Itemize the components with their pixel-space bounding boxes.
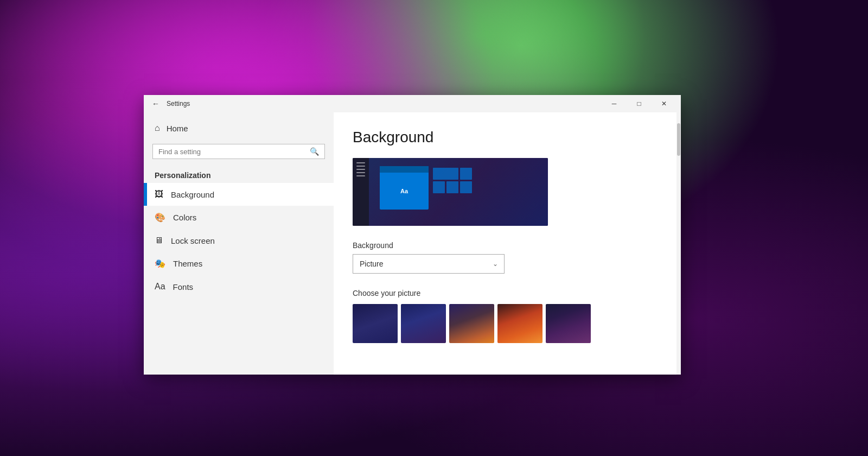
search-icon: 🔍 xyxy=(310,147,319,156)
preview-tile-3 xyxy=(433,181,445,193)
background-dropdown-label: Background xyxy=(353,241,662,250)
search-container: 🔍 xyxy=(144,138,334,164)
minimize-button[interactable]: ─ xyxy=(602,95,627,112)
titlebar-title: Settings xyxy=(167,100,602,107)
preview-taskbar xyxy=(353,158,369,226)
colors-icon: 🎨 xyxy=(155,212,165,223)
preview-window-header xyxy=(380,166,429,173)
close-button[interactable]: ✕ xyxy=(652,95,676,112)
sidebar-item-fonts[interactable]: Aa Fonts xyxy=(144,275,334,298)
sidebar-item-home[interactable]: ⌂ Home xyxy=(144,118,334,138)
sidebar-item-lock-screen[interactable]: 🖥 Lock screen xyxy=(144,229,334,252)
background-preview: Aa xyxy=(353,158,548,226)
preview-tile-2 xyxy=(460,168,472,180)
picture-grid xyxy=(353,304,662,343)
lock-icon: 🖥 xyxy=(155,236,163,245)
taskbar-line-2 xyxy=(356,166,365,167)
picture-thumbnail-2[interactable] xyxy=(401,304,446,343)
preview-window-text: Aa xyxy=(380,173,429,210)
fonts-icon: Aa xyxy=(155,282,165,292)
search-input[interactable] xyxy=(158,148,305,156)
scrollbar[interactable] xyxy=(676,112,681,375)
maximize-button[interactable]: □ xyxy=(627,95,652,112)
choose-picture-label: Choose your picture xyxy=(353,289,662,297)
titlebar-controls: ─ □ ✕ xyxy=(602,95,676,112)
settings-window: ← Settings ─ □ ✕ ⌂ Home xyxy=(144,95,681,375)
preview-tile-1 xyxy=(433,168,458,180)
bg-icon: 🖼 xyxy=(155,189,163,199)
picture-thumbnail-5[interactable] xyxy=(546,304,591,343)
preview-tiles xyxy=(433,168,472,193)
taskbar-line-5 xyxy=(356,175,365,176)
sidebar-item-themes[interactable]: 🎭 Themes xyxy=(144,252,334,275)
taskbar-line-4 xyxy=(356,172,365,173)
titlebar: ← Settings ─ □ ✕ xyxy=(144,95,681,112)
picture-thumbnail-4[interactable] xyxy=(497,304,542,343)
taskbar-line-3 xyxy=(356,169,365,170)
picture-thumbnail-1[interactable] xyxy=(353,304,398,343)
taskbar-line-1 xyxy=(356,162,365,163)
sidebar: ⌂ Home 🔍 Personalization 🖼 Background 🎨 xyxy=(144,112,334,375)
background-type-select[interactable]: Picture Solid color Slideshow xyxy=(353,254,505,274)
window-body: ⌂ Home 🔍 Personalization 🖼 Background 🎨 xyxy=(144,112,681,375)
personalization-label: Personalization xyxy=(144,164,334,183)
preview-tile-5 xyxy=(460,181,472,193)
preview-window-mockup: Aa xyxy=(380,166,429,210)
sidebar-item-background[interactable]: 🖼 Background xyxy=(144,183,334,206)
dropdown-container: Picture Solid color Slideshow ⌄ xyxy=(353,254,505,274)
back-button[interactable]: ← xyxy=(148,96,163,111)
home-icon: ⌂ xyxy=(155,123,160,133)
main-content: Background Aa xyxy=(334,112,681,375)
preview-desktop: Aa xyxy=(369,158,548,226)
preview-tile-4 xyxy=(446,181,458,193)
dropdown-wrapper: Picture Solid color Slideshow ⌄ xyxy=(353,254,505,274)
page-title: Background xyxy=(353,129,662,146)
picture-thumbnail-3[interactable] xyxy=(449,304,494,343)
search-box: 🔍 xyxy=(152,144,325,159)
sidebar-item-colors[interactable]: 🎨 Colors xyxy=(144,206,334,229)
scrollbar-thumb[interactable] xyxy=(677,123,680,156)
themes-icon: 🎭 xyxy=(155,258,165,269)
